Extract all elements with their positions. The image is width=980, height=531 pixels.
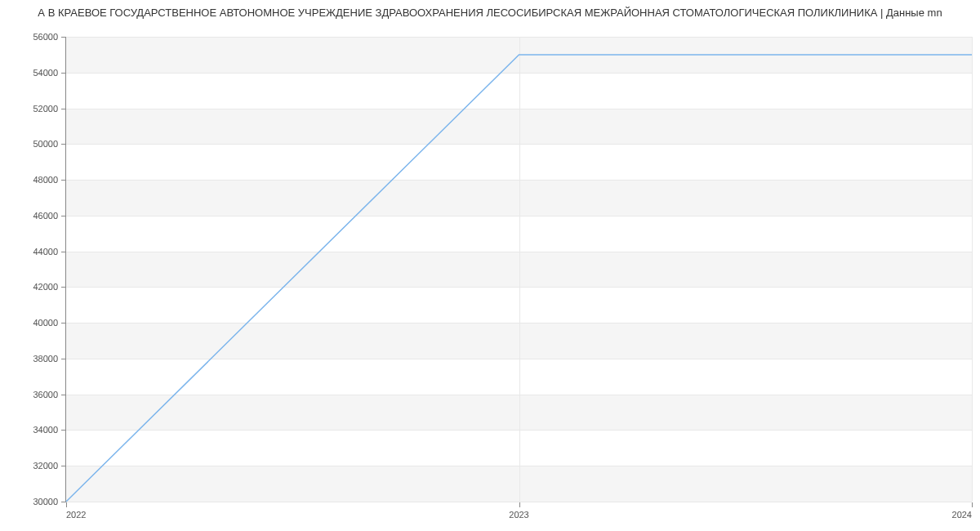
y-tick bbox=[61, 466, 66, 466]
y-tick bbox=[61, 144, 66, 145]
y-axis-label: 42000 bbox=[33, 282, 58, 292]
data-series-line bbox=[66, 55, 972, 502]
y-tick bbox=[61, 287, 66, 288]
y-axis-label: 44000 bbox=[33, 247, 58, 257]
y-tick bbox=[61, 359, 66, 359]
y-axis-label: 38000 bbox=[33, 354, 58, 364]
x-tick bbox=[519, 502, 520, 507]
x-axis-label: 2022 bbox=[66, 510, 86, 520]
y-tick bbox=[61, 73, 66, 74]
y-tick bbox=[61, 430, 66, 431]
y-axis-label: 56000 bbox=[33, 32, 58, 42]
y-axis-label: 54000 bbox=[33, 68, 58, 78]
chart-title: А В КРАЕВОЕ ГОСУДАРСТВЕННОЕ АВТОНОМНОЕ У… bbox=[0, 7, 980, 19]
y-tick bbox=[61, 395, 66, 395]
x-axis-label: 2024 bbox=[952, 510, 972, 520]
y-axis-label: 50000 bbox=[33, 139, 58, 149]
y-axis-label: 48000 bbox=[33, 175, 58, 185]
y-tick bbox=[61, 216, 66, 216]
y-tick bbox=[61, 109, 66, 109]
y-axis-label: 30000 bbox=[33, 497, 58, 506]
line-chart-svg bbox=[66, 37, 972, 502]
x-axis-label: 2023 bbox=[509, 510, 528, 520]
y-axis-label: 36000 bbox=[33, 390, 58, 399]
y-axis-label: 40000 bbox=[33, 318, 58, 328]
y-axis-label: 34000 bbox=[33, 425, 58, 435]
plot-area: 3000032000340003600038000400004200044000… bbox=[65, 37, 972, 502]
x-gridline bbox=[972, 37, 973, 502]
y-tick bbox=[61, 180, 66, 181]
y-axis-label: 32000 bbox=[33, 461, 58, 471]
x-tick bbox=[66, 502, 67, 507]
x-tick bbox=[972, 502, 973, 507]
y-axis-label: 52000 bbox=[33, 104, 58, 114]
y-tick bbox=[61, 252, 66, 252]
y-tick bbox=[61, 37, 66, 38]
y-axis-label: 46000 bbox=[33, 211, 58, 221]
y-tick bbox=[61, 323, 66, 324]
chart-container: 3000032000340003600038000400004200044000… bbox=[0, 29, 980, 531]
